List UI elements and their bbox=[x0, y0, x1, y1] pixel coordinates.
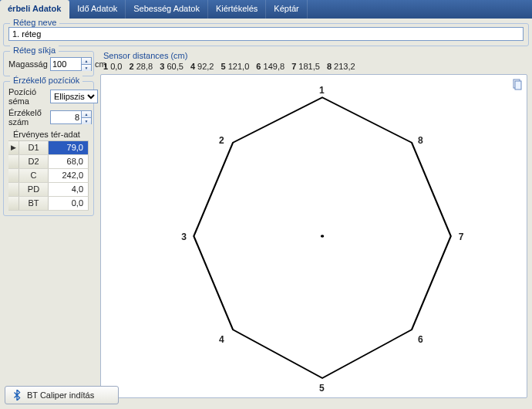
bt-caliper-button[interactable]: BT Caliper indítás bbox=[5, 386, 119, 404]
scheme-label: Pozíció séma bbox=[8, 87, 50, 106]
node-label-7: 7 bbox=[459, 232, 464, 242]
values-table: ▶ D1 79,0 D2 68,0 C 242,0 PD 4,0 bbox=[8, 140, 89, 211]
bluetooth-icon bbox=[12, 390, 22, 401]
distances-values: 1 0,0 2 28,8 3 60,5 4 92,2 5 121,0 6 149… bbox=[103, 62, 532, 71]
plane-group: Réteg síkja Magasság ▲▼ cm bbox=[3, 51, 94, 76]
bt-caliper-label: BT Caliper indítás bbox=[27, 390, 94, 400]
svg-marker-0 bbox=[194, 97, 450, 378]
node-label-4: 4 bbox=[219, 334, 224, 345]
count-input[interactable] bbox=[50, 110, 81, 124]
tab-bar: érbeli Adatok Idő Adatok Sebesség Adatok… bbox=[0, 0, 532, 19]
node-label-8: 8 bbox=[418, 135, 423, 146]
node-label-5: 5 bbox=[319, 383, 325, 394]
distances-header: Sensor distances (cm) 1 0,0 2 28,8 3 60,… bbox=[97, 48, 532, 71]
table-row[interactable]: BT 0,0 bbox=[8, 197, 89, 211]
positions-group: Érzékelő pozíciók Pozíció séma Ellipszis… bbox=[3, 81, 94, 216]
layer-name-group: Réteg neve bbox=[3, 23, 529, 46]
height-spinner[interactable]: ▲▼ bbox=[81, 57, 92, 71]
layer-name-input[interactable] bbox=[8, 27, 524, 41]
scheme-select[interactable]: Ellipszis bbox=[50, 90, 98, 103]
table-row[interactable]: PD 4,0 bbox=[8, 183, 89, 197]
distances-title: Sensor distances (cm) bbox=[103, 51, 532, 60]
height-input[interactable] bbox=[50, 57, 81, 71]
tab-speed-data[interactable]: Sebesség Adatok bbox=[126, 0, 208, 19]
table-row[interactable]: C 242,0 bbox=[8, 169, 89, 183]
table-header: Érvényes tér-adat bbox=[13, 130, 89, 139]
count-spinner[interactable]: ▲▼ bbox=[81, 110, 92, 124]
node-label-1: 1 bbox=[319, 85, 325, 96]
plane-legend: Réteg síkja bbox=[10, 46, 59, 55]
table-row[interactable]: ▶ D1 79,0 bbox=[8, 141, 89, 155]
count-label: Érzékelő szám bbox=[8, 108, 50, 127]
table-row[interactable]: D2 68,0 bbox=[8, 155, 89, 169]
tab-time-data[interactable]: Idő Adatok bbox=[69, 0, 126, 19]
height-unit: cm bbox=[95, 59, 106, 69]
svg-point-1 bbox=[321, 235, 324, 237]
clipboard-icon[interactable] bbox=[511, 78, 524, 90]
positions-legend: Érzékelő pozíciók bbox=[10, 76, 82, 85]
svg-rect-3 bbox=[515, 81, 521, 90]
node-label-3: 3 bbox=[181, 232, 187, 242]
height-label: Magasság bbox=[8, 59, 50, 69]
tab-spatial-data[interactable]: érbeli Adatok bbox=[0, 0, 69, 19]
sensor-canvas: 12345678 bbox=[100, 74, 527, 398]
node-label-2: 2 bbox=[219, 135, 224, 146]
node-label-6: 6 bbox=[418, 334, 423, 345]
tab-gallery[interactable]: Képtár bbox=[266, 0, 307, 19]
layer-name-legend: Réteg neve bbox=[10, 18, 59, 27]
tab-evaluation[interactable]: Kiértékelés bbox=[208, 0, 266, 19]
